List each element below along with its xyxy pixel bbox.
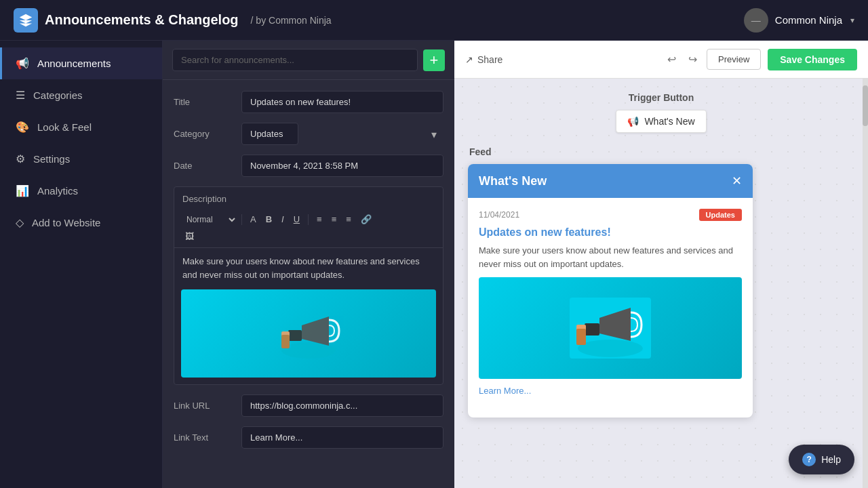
header-right: — Common Ninja ▾	[744, 8, 854, 33]
feed-card: What's New ✕ 11/04/2021 Updates Updates …	[468, 164, 753, 418]
save-changes-button[interactable]: Save Changes	[768, 49, 857, 70]
title-row: Title	[174, 91, 443, 113]
redo-button[interactable]: ↪	[686, 50, 700, 68]
link-text-row: Link Text	[174, 426, 443, 449]
date-label: Date	[174, 161, 235, 171]
megaphone-illustration	[181, 289, 436, 378]
categories-icon: ☰	[16, 89, 25, 102]
share-label: Share	[477, 54, 502, 65]
sidebar-item-announcements[interactable]: 📢 Announcements	[0, 47, 162, 79]
feed-close-button[interactable]: ✕	[732, 174, 742, 188]
sidebar: 📢 Announcements ☰ Categories 🎨 Look & Fe…	[0, 41, 163, 488]
image-btn[interactable]: 🖼	[181, 229, 198, 243]
title-label: Title	[174, 97, 235, 107]
category-row: Category Updates Features Bug Fixes News	[174, 123, 443, 145]
sidebar-label-categories: Categories	[33, 89, 83, 101]
feed-section: Feed What's New ✕ 11/04/2021 Updat	[468, 146, 854, 418]
preview-scrollbar[interactable]	[863, 79, 868, 488]
sidebar-label-announcements: Announcements	[37, 58, 111, 69]
feed-header-title: What's New	[479, 174, 547, 188]
description-text[interactable]: Make sure your users know about new feat…	[174, 248, 443, 285]
help-label: Help	[821, 454, 841, 465]
app-by: / by Common Ninja	[251, 15, 332, 26]
sidebar-item-settings[interactable]: ⚙ Settings	[0, 143, 162, 175]
app-logo: Announcements & Changelog / by Common Ni…	[14, 8, 332, 33]
sidebar-item-add-to-website[interactable]: ◇ Add to Website	[0, 207, 162, 239]
svg-rect-4	[281, 335, 290, 348]
feed-body: 11/04/2021 Updates Updates on new featur…	[468, 198, 753, 418]
link-url-label: Link URL	[174, 401, 235, 411]
sidebar-item-look-feel[interactable]: 🎨 Look & Feel	[0, 111, 162, 143]
unordered-list-btn[interactable]: ≡	[328, 212, 341, 226]
undo-button[interactable]: ↩	[665, 50, 679, 68]
svg-rect-10	[576, 329, 586, 345]
editor-toolbar: Normal Heading 1 Heading 2 A B I U ≡ ≡ ≡	[174, 208, 443, 248]
user-name: Common Ninja	[775, 14, 842, 26]
category-badge: Updates	[699, 209, 742, 221]
bold-btn[interactable]: B	[262, 212, 276, 226]
text-style-select[interactable]: Normal Heading 1 Heading 2	[181, 213, 237, 226]
sidebar-label-analytics: Analytics	[37, 185, 78, 197]
share-icon: ↗	[465, 54, 473, 65]
sidebar-item-categories[interactable]: ☰ Categories	[0, 79, 162, 111]
announcement-title: Updates on new features!	[479, 226, 742, 239]
main-layout: 📢 Announcements ☰ Categories 🎨 Look & Fe…	[0, 41, 868, 488]
learn-more-link[interactable]: Learn More...	[479, 386, 742, 396]
help-button[interactable]: ? Help	[789, 445, 854, 474]
ordered-list-btn[interactable]: ≡	[313, 212, 326, 226]
date-row: Date	[174, 155, 443, 177]
trigger-section: Trigger Button 📢 What's New	[468, 92, 854, 133]
preview-toolbar-right: ↩ ↪ Preview Save Changes	[665, 49, 857, 70]
user-avatar: —	[744, 8, 768, 33]
help-icon: ?	[802, 453, 816, 466]
announcement-meta: 11/04/2021 Updates	[479, 209, 742, 221]
italic-btn[interactable]: I	[277, 212, 288, 226]
share-button[interactable]: ↗ Share	[465, 54, 502, 65]
announcement-date: 11/04/2021	[479, 210, 519, 220]
underline-btn[interactable]: U	[290, 212, 304, 226]
description-section: Description Normal Heading 1 Heading 2 A…	[174, 186, 443, 385]
link-text-input[interactable]	[241, 426, 443, 449]
svg-point-6	[578, 340, 643, 357]
link-url-row: Link URL	[174, 394, 443, 417]
app-title: Announcements & Changelog	[45, 12, 239, 28]
trigger-icon: 📢	[627, 116, 639, 127]
search-input[interactable]	[172, 49, 418, 71]
form-area: Title Category Updates Features Bug Fixe…	[163, 80, 454, 488]
preview-button[interactable]: Preview	[707, 49, 761, 70]
title-input[interactable]	[241, 91, 443, 113]
analytics-icon: 📊	[16, 184, 29, 197]
link-btn[interactable]: 🔗	[357, 212, 376, 226]
preview-panel: ↗ Share ↩ ↪ Preview Save Changes Trigger…	[454, 41, 868, 488]
announcement-image	[479, 277, 742, 379]
category-select[interactable]: Updates Features Bug Fixes News	[241, 123, 298, 145]
toolbar-divider-2	[308, 214, 309, 225]
feed-section-label: Feed	[468, 146, 854, 157]
toolbar-divider-1	[241, 214, 242, 225]
category-select-wrapper: Updates Features Bug Fixes News	[241, 123, 443, 145]
sidebar-item-analytics[interactable]: 📊 Analytics	[0, 175, 162, 207]
announcement-item: 11/04/2021 Updates Updates on new featur…	[479, 209, 742, 407]
scroll-thumb[interactable]	[863, 85, 868, 126]
content-area: + Title Category Updates Features Bug Fi…	[163, 41, 868, 488]
search-bar: +	[163, 41, 454, 80]
align-btn[interactable]: ≡	[342, 212, 355, 226]
link-text-label: Link Text	[174, 432, 235, 443]
preview-toolbar: ↗ Share ↩ ↪ Preview Save Changes	[454, 41, 868, 79]
preview-content: Trigger Button 📢 What's New Feed What's …	[454, 79, 868, 488]
preview-inner: Trigger Button 📢 What's New Feed What's …	[468, 92, 854, 418]
link-url-input[interactable]	[241, 394, 443, 417]
chevron-down-icon[interactable]: ▾	[850, 16, 854, 25]
category-label: Category	[174, 129, 235, 139]
font-color-btn[interactable]: A	[246, 212, 260, 226]
trigger-button[interactable]: 📢 What's New	[616, 110, 706, 133]
trigger-button-text: What's New	[644, 116, 694, 127]
trigger-button-label: Trigger Button	[468, 92, 854, 103]
logo-icon	[14, 8, 38, 33]
date-input[interactable]	[241, 155, 443, 177]
announcements-icon: 📢	[16, 57, 29, 70]
look-feel-icon: 🎨	[16, 121, 29, 134]
add-announcement-button[interactable]: +	[423, 49, 445, 71]
top-header: Announcements & Changelog / by Common Ni…	[0, 0, 868, 41]
description-image	[181, 289, 436, 378]
